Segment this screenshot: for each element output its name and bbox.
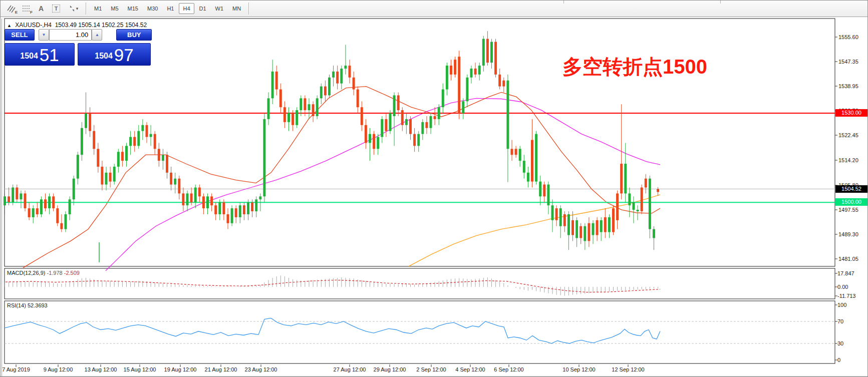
sell-button[interactable]: SELL xyxy=(5,29,35,41)
macd-label: MACD(12,26,9) -1.978 -2.509 xyxy=(7,270,80,276)
sell-price-main: 1504 xyxy=(20,49,38,64)
symbol-marker-icon: ▲ xyxy=(7,23,12,28)
price-tag: 1530.00 xyxy=(835,109,867,117)
volume-decrease-button[interactable]: ▼ xyxy=(39,29,49,41)
sell-price-pips: 51 xyxy=(40,46,59,64)
volume-increase-button[interactable]: ▲ xyxy=(92,29,102,41)
one-click-trading-panel: SELL ▼ ▲ BUY 1504 51 1504 97 xyxy=(5,29,152,66)
chart-annotation-text: 多空转折点1500 xyxy=(562,55,707,79)
buy-price-pips: 97 xyxy=(114,46,134,64)
mt4-window: E F A T ▾ M1M5M15M30H1H4D1W1MN xyxy=(0,0,868,377)
price-tag: 1500.00 xyxy=(835,198,867,206)
buy-button[interactable]: BUY xyxy=(116,29,152,41)
buy-price-main: 1504 xyxy=(95,49,113,64)
buy-price-button[interactable]: 1504 97 xyxy=(78,43,151,66)
macd-signal-value: -2.509 xyxy=(64,270,80,276)
rsi-label: RSI(14) 52.3693 xyxy=(7,302,48,308)
sell-price-button[interactable]: 1504 51 xyxy=(5,43,75,66)
symbol-header: ▲ XAUUSD-,H4 1503.49 1505.14 1502.25 150… xyxy=(7,22,147,29)
rsi-value: 52.3693 xyxy=(28,302,48,308)
symbol-name: XAUUSD-,H4 xyxy=(15,22,52,29)
ohlc-values: 1503.49 1505.14 1502.25 1504.52 xyxy=(55,22,147,29)
volume-input[interactable] xyxy=(49,29,92,41)
price-tag: 1504.52 xyxy=(835,185,867,193)
macd-main-value: -1.978 xyxy=(47,270,62,276)
